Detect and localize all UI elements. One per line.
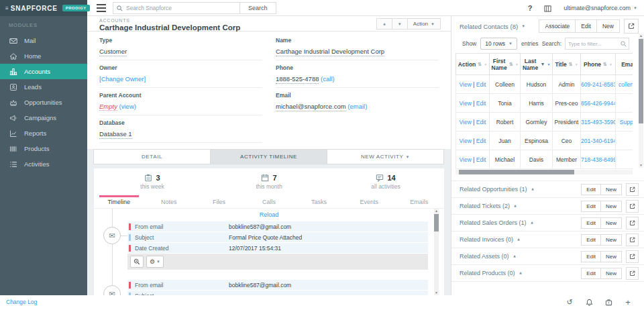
related-contacts-header[interactable]: Related Contacts (8) ▼ [460,23,525,30]
action-dropdown-button[interactable]: Action ▼ [407,18,441,30]
edit-link[interactable]: Edit [476,119,486,125]
scroll-down-arrow[interactable]: ▼ [434,291,439,295]
phone-link[interactable]: 718-438-8499 [581,156,616,163]
edit-button[interactable]: Edit [581,268,601,279]
filter-icon[interactable]: ▼ [609,62,612,66]
calendar-icon[interactable] [544,5,551,12]
edit-button[interactable]: Edit [581,184,601,195]
col-header-title[interactable]: Title⇅▼ [553,54,581,75]
edit-link[interactable]: Edit [476,81,486,88]
tab-detail[interactable]: DETAIL [93,149,211,164]
subtab-emails[interactable]: Emails [394,195,444,208]
sidebar-item-home[interactable]: Home [0,48,87,64]
filter-icon[interactable]: ▼ [575,62,578,66]
subtab-events[interactable]: Events [344,195,394,208]
edit-link[interactable]: Edit [476,156,486,163]
phone-link[interactable]: 856-426-9944 [581,100,616,107]
new-button[interactable]: New [600,234,622,246]
col-header-action[interactable]: Action⇅▼ [456,54,490,75]
col-header-first-name[interactable]: First Name⇅▼ [490,54,521,75]
phone-link[interactable]: 315-493-3590 [581,119,616,125]
expand-button[interactable] [626,217,639,229]
briefcase-icon[interactable] [603,297,614,307]
scroll-down-arrow[interactable]: ▼ [639,163,643,168]
sort-desc-icon[interactable]: ▼ [541,62,545,66]
subtab-notes[interactable]: Notes [144,195,195,208]
bell-icon[interactable] [584,297,594,307]
email-link[interactable]: Suppor [620,119,633,125]
sidebar-item-mail[interactable]: Mail [0,33,87,48]
new-button[interactable]: New [600,184,622,195]
phone-value[interactable]: 1888-525-4788 [276,75,319,84]
view-link[interactable]: View [460,138,472,144]
phone-link[interactable]: 201-340-6194 [581,138,616,144]
email-link[interactable]: collen@ [619,81,633,88]
name-value[interactable]: Carthage Industrial Development Corp [276,48,384,56]
sort-icon[interactable]: ⇅ [603,62,607,67]
email-activity-icon[interactable]: ✉ [103,285,121,295]
subtab-tasks[interactable]: Tasks [294,195,344,208]
col-header-phone[interactable]: Phone⇅▼ [581,54,616,75]
col-header-email[interactable]: Email [616,54,633,75]
section-title[interactable]: Related Products (0)▼ [460,270,523,276]
filter-icon[interactable]: ▼ [515,62,519,66]
email-activity-icon[interactable]: ✉ [103,227,121,244]
call-link[interactable]: (call) [321,75,335,83]
parent-account-value[interactable]: Empty [99,103,117,111]
scrollbar-thumb[interactable] [434,214,439,231]
prev-record-button[interactable]: ▼ [376,18,392,30]
section-title[interactable]: Related Assets (0)▼ [460,253,517,260]
section-title[interactable]: Related Tickets (2)▼ [460,203,517,209]
view-link[interactable]: View [460,119,472,125]
rows-per-page-select[interactable]: 10 rows ▼ [480,38,517,50]
edit-contacts-button[interactable]: Edit [575,19,597,33]
email-link[interactable]: (email) [347,103,367,110]
timeline-scrollbar[interactable]: ▲ ▼ [434,209,439,295]
email-value[interactable]: michael@snapforce.com [276,103,346,111]
sidebar-item-leads[interactable]: Leads [0,79,87,95]
scroll-up-arrow[interactable]: ▲ [434,209,439,213]
tab-new-activity[interactable]: NEW ACTIVITY▼ [327,149,444,164]
new-button[interactable]: New [600,217,622,229]
scrollbar-thumb[interactable] [639,39,643,123]
zoom-in-button[interactable] [130,256,144,268]
user-menu[interactable]: ultimate@snapforce.com ▼ [564,5,637,11]
expand-button[interactable] [626,267,639,280]
sidebar-item-opportunities[interactable]: Opportunities [0,95,87,110]
table-horizontal-scrollbar[interactable] [455,170,633,174]
change-log-link[interactable]: Change Log [6,299,37,305]
edit-button[interactable]: Edit [581,234,601,246]
next-record-button[interactable]: ▼ [392,18,408,30]
add-icon[interactable]: + [623,297,633,307]
tab-activity-timeline[interactable]: ACTIVITY TIMELINE [210,149,327,164]
subtab-files[interactable]: Files [194,195,244,208]
edit-button[interactable]: Edit [581,217,601,229]
subtab-calls[interactable]: Calls [244,195,294,208]
hamburger-menu-icon[interactable] [97,4,106,12]
expand-button[interactable] [626,183,639,196]
section-title[interactable]: Related Sales Orders (1)▼ [460,219,534,226]
expand-contacts-button[interactable] [624,19,639,34]
edit-button[interactable]: Edit [581,201,601,212]
section-title[interactable]: Related Invoices (0)▼ [460,236,521,243]
table-vertical-scrollbar[interactable]: ▲ ▼ [639,34,643,168]
help-icon[interactable]: ? [528,4,533,12]
associate-button[interactable]: Associate [539,19,576,33]
col-header-last-name[interactable]: Last Name▼▼ [521,54,553,75]
sort-icon[interactable]: ⇅ [569,62,573,67]
view-link[interactable]: View [460,100,472,107]
edit-link[interactable]: Edit [476,100,486,107]
view-parent-link[interactable]: (view) [119,103,136,110]
edit-button[interactable]: Edit [581,251,601,262]
type-value[interactable]: Customer [99,48,127,56]
new-contact-button[interactable]: New [596,19,620,33]
sidebar-item-reports[interactable]: Reports [0,125,87,141]
sidebar-item-products[interactable]: Products [0,141,87,156]
history-icon[interactable]: ↺ [564,297,575,307]
new-button[interactable]: New [600,251,622,262]
filter-icon[interactable]: ▼ [484,62,487,66]
email-subject-link[interactable]: Formal Price Quote Attached [229,234,302,241]
sidebar-item-accounts[interactable]: Accounts [0,64,87,79]
scroll-up-arrow[interactable]: ▲ [639,34,643,38]
new-button[interactable]: New [600,201,622,212]
